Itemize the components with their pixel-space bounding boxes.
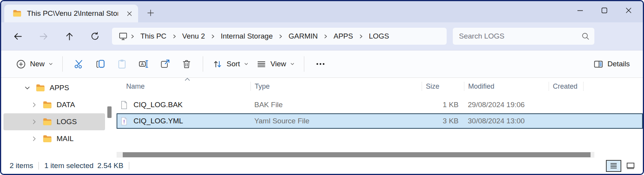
sidebar-scrollbar[interactable] (107, 106, 112, 118)
file-row-ciq-log-yml[interactable]: ! CIQ_LOG.YML Yaml Source File 3 KB 30/0… (117, 113, 643, 129)
search-icon[interactable] (581, 32, 590, 40)
navigation-tree: APPS DATA LOGS (1, 78, 117, 158)
content-area: APPS DATA LOGS (1, 78, 643, 158)
file-row-ciq-log-bak[interactable]: CIQ_LOG.BAK BAK File 1 KB 29/08/2024 19:… (117, 97, 643, 113)
breadcrumb-logs[interactable]: LOGS (365, 32, 393, 40)
chevron-right-icon[interactable] (128, 34, 137, 39)
paste-icon[interactable] (113, 55, 131, 73)
sort-button[interactable]: Sort (209, 55, 252, 73)
file-size: 1 KB (422, 101, 464, 109)
icons-view-toggle-icon[interactable] (624, 160, 637, 172)
chevron-right-icon[interactable] (276, 34, 285, 39)
file-name: CIQ_LOG.BAK (133, 101, 183, 109)
horizontal-scrollbar[interactable] (117, 152, 594, 158)
this-pc-icon (118, 31, 128, 41)
file-name-cell: CIQ_LOG.BAK (117, 101, 250, 109)
view-button-label: View (270, 60, 286, 68)
chevron-down-icon (244, 62, 249, 66)
file-list: Name Type Size Modified Created CIQ_LOG.… (117, 78, 643, 158)
details-pane-icon (593, 59, 604, 69)
sidebar-item-logs[interactable]: LOGS (3, 113, 105, 130)
address-bar[interactable]: This PC Venu 2 Internal Storage GARMIN A… (112, 28, 447, 45)
sidebar-item-label: DATA (57, 101, 75, 109)
new-button[interactable]: New (12, 55, 57, 73)
more-options-icon[interactable] (312, 55, 329, 73)
close-icon[interactable] (616, 1, 641, 19)
chevron-down-icon (48, 62, 53, 66)
item-count: 2 items (10, 162, 33, 170)
new-tab-button[interactable] (144, 7, 157, 19)
sidebar-item-mail[interactable]: MAIL (1, 130, 117, 147)
folder-icon (43, 118, 52, 126)
svg-text:!: ! (123, 119, 125, 124)
details-view-toggle-icon[interactable] (606, 160, 621, 172)
breadcrumb-garmin[interactable]: GARMIN (285, 32, 321, 40)
copy-icon[interactable] (92, 55, 109, 73)
sort-button-label: Sort (227, 60, 240, 68)
file-icon (120, 101, 128, 109)
details-button-label: Details (607, 60, 630, 68)
tab-title: This PC\Venu 2\Internal Storag (27, 9, 118, 18)
file-name: CIQ_LOG.YML (133, 117, 183, 125)
column-header-modified[interactable]: Modified (464, 82, 549, 91)
folder-icon (43, 135, 52, 143)
breadcrumb-internal-storage[interactable]: Internal Storage (217, 32, 276, 40)
status-divider (129, 162, 129, 170)
chevron-right-icon[interactable] (321, 34, 330, 39)
chevron-right-icon[interactable] (30, 117, 39, 126)
chevron-down-icon[interactable] (23, 83, 32, 93)
toolbar-divider (304, 56, 304, 72)
horizontal-scrollbar-thumb[interactable] (123, 152, 591, 157)
file-size: 3 KB (422, 117, 464, 125)
selection-size: 2.54 KB (97, 162, 123, 170)
file-modified: 30/08/2024 13:00 (464, 117, 549, 125)
file-type: Yaml Source File (250, 117, 422, 125)
column-header-row: Name Type Size Modified Created (117, 79, 643, 94)
view-button[interactable]: View (252, 55, 299, 73)
share-icon[interactable] (156, 55, 174, 73)
selection-count: 1 item selected (44, 162, 93, 170)
sort-icon (212, 59, 223, 69)
sidebar-item-label: LOGS (57, 118, 77, 126)
sidebar-item-label: MAIL (57, 135, 73, 143)
back-icon[interactable] (9, 27, 27, 45)
breadcrumb-this-pc[interactable]: This PC (137, 32, 170, 40)
svg-text:A: A (141, 62, 144, 66)
tab-close-icon[interactable] (123, 8, 135, 19)
sidebar-item-label: APPS (50, 84, 69, 92)
plus-circle-icon (16, 59, 26, 69)
folder-icon (13, 10, 22, 17)
rename-icon[interactable]: A (135, 55, 152, 73)
search-input[interactable] (459, 32, 581, 40)
window-controls (568, 1, 641, 19)
sidebar-item-data[interactable]: DATA (1, 96, 117, 113)
chevron-right-icon[interactable] (209, 34, 217, 39)
refresh-icon[interactable] (86, 27, 104, 45)
minimize-icon[interactable] (568, 1, 592, 19)
file-type: BAK File (250, 101, 422, 109)
file-explorer-window: This PC\Venu 2\Internal Storag (0, 0, 644, 175)
delete-icon[interactable] (178, 55, 195, 73)
cut-icon[interactable] (70, 55, 88, 73)
folder-icon (43, 101, 52, 109)
chevron-right-icon[interactable] (30, 100, 39, 109)
breadcrumb-venu-2[interactable]: Venu 2 (179, 32, 209, 40)
chevron-right-icon[interactable] (357, 34, 365, 39)
sidebar-item-apps[interactable]: APPS (1, 79, 117, 96)
column-header-name[interactable]: Name (117, 82, 250, 91)
up-icon[interactable] (60, 27, 78, 45)
status-bar: 2 items 1 item selected 2.54 KB (1, 158, 643, 174)
maximize-icon[interactable] (592, 1, 616, 19)
forward-icon[interactable] (35, 27, 52, 45)
details-pane-button[interactable]: Details (589, 55, 634, 73)
chevron-right-icon[interactable] (30, 134, 39, 143)
explorer-tab[interactable]: This PC\Venu 2\Internal Storag (4, 5, 138, 22)
tab-bar: This PC\Venu 2\Internal Storag (1, 1, 643, 22)
column-header-created[interactable]: Created (549, 82, 583, 91)
column-header-size[interactable]: Size (422, 82, 464, 91)
chevron-right-icon[interactable] (170, 34, 179, 39)
breadcrumb-apps[interactable]: APPS (330, 32, 357, 40)
new-button-label: New (30, 60, 45, 68)
column-header-type[interactable]: Type (250, 82, 422, 91)
navigation-bar: This PC Venu 2 Internal Storage GARMIN A… (1, 22, 643, 50)
